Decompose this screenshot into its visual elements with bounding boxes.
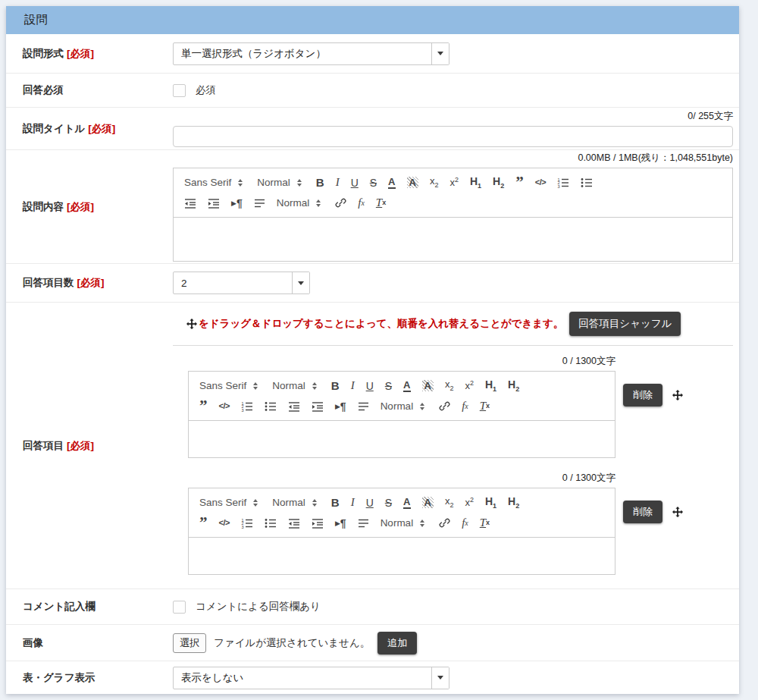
list-bullet-icon[interactable] — [265, 518, 277, 529]
formula-icon[interactable]: fx — [462, 400, 468, 412]
color-icon[interactable]: A — [388, 177, 395, 189]
delete-item-button[interactable]: 削除 — [623, 501, 662, 523]
background-icon[interactable]: A — [407, 177, 418, 188]
formula-icon[interactable]: fx — [462, 517, 468, 529]
header-picker[interactable]: Normal — [257, 177, 302, 188]
color-icon[interactable]: A — [403, 380, 410, 392]
size-picker[interactable]: Normal — [381, 400, 425, 412]
indent-icon[interactable] — [208, 198, 220, 209]
answer-item-count-dropdown-button[interactable] — [292, 272, 309, 293]
link-icon[interactable] — [335, 197, 346, 209]
align-icon[interactable] — [254, 198, 265, 209]
background-icon[interactable]: A — [422, 380, 434, 391]
table-graph-display-select[interactable]: 表示をしない — [173, 667, 449, 689]
underline-icon[interactable]: U — [351, 177, 359, 188]
blockquote-icon[interactable]: ” — [199, 518, 208, 528]
strike-icon[interactable]: S — [385, 381, 392, 391]
link-icon[interactable] — [439, 517, 450, 529]
bold-icon[interactable]: B — [331, 380, 340, 391]
clean-icon[interactable]: Tx — [480, 517, 490, 529]
table-graph-display-dropdown-button[interactable] — [431, 667, 449, 689]
header-2-icon[interactable]: H2 — [508, 379, 519, 393]
italic-icon[interactable]: I — [351, 497, 355, 508]
indent-icon[interactable] — [312, 401, 324, 412]
font-picker[interactable]: Sans Serif — [199, 380, 258, 391]
drag-drop-note: をドラッグ＆ドロップすることによって、順番を入れ替えることができます。 — [186, 317, 563, 331]
list-bullet-icon[interactable] — [265, 401, 277, 412]
align-icon[interactable] — [358, 401, 369, 412]
question-format-dropdown-button[interactable] — [431, 43, 449, 64]
delete-item-button[interactable]: 削除 — [623, 384, 662, 407]
blockquote-icon[interactable]: ” — [515, 177, 524, 187]
picker-arrows-icon — [238, 179, 243, 187]
direction-icon[interactable]: ▶¶ — [335, 518, 346, 529]
header-2-icon[interactable]: H2 — [508, 496, 519, 510]
list-bullet-icon[interactable] — [581, 177, 593, 188]
answer-item-count-select[interactable]: 2 — [173, 272, 310, 294]
subscript-icon[interactable]: x2 — [430, 176, 439, 189]
editor-toolbar: Sans SerifNormalBIUSAAx2x2H1H2”</>123▶¶N… — [189, 488, 615, 538]
editor-content-area[interactable] — [174, 218, 732, 261]
superscript-icon[interactable]: x2 — [465, 380, 474, 391]
question-format-select[interactable]: 単一選択形式（ラジオボタン） — [173, 42, 449, 65]
strike-icon[interactable]: S — [370, 177, 377, 188]
code-block-icon[interactable]: </> — [219, 402, 230, 410]
editor-content-area[interactable] — [189, 538, 615, 574]
outdent-icon[interactable] — [184, 198, 196, 209]
code-block-icon[interactable]: </> — [219, 519, 230, 527]
align-icon[interactable] — [358, 518, 369, 529]
size-picker[interactable]: Normal — [277, 197, 321, 209]
italic-icon[interactable]: I — [351, 380, 355, 391]
picker-arrows-icon — [312, 499, 317, 507]
move-handle-icon[interactable] — [672, 390, 683, 400]
outdent-icon[interactable] — [288, 518, 300, 529]
header-1-icon[interactable]: H1 — [485, 379, 496, 393]
row-question-format: 設問形式[必須] 単一選択形式（ラジオボタン） — [6, 34, 739, 74]
underline-icon[interactable]: U — [366, 498, 374, 508]
comment-field-checkbox[interactable] — [173, 601, 186, 614]
bold-icon[interactable]: B — [316, 177, 324, 188]
list-ordered-icon[interactable]: 123 — [241, 401, 253, 412]
chevron-down-icon — [437, 52, 443, 55]
italic-icon[interactable]: I — [336, 177, 340, 188]
row-question-content: 設問内容[必須] 0.00MB / 1MB(残り：1,048,551byte) … — [6, 150, 739, 264]
list-ordered-icon[interactable]: 123 — [241, 518, 253, 529]
outdent-icon[interactable] — [288, 401, 300, 412]
underline-icon[interactable]: U — [366, 381, 374, 391]
answer-required-checkbox[interactable] — [173, 84, 186, 97]
font-picker[interactable]: Sans Serif — [184, 177, 243, 188]
formula-icon[interactable]: fx — [358, 197, 365, 209]
clean-icon[interactable]: Tx — [376, 197, 386, 209]
code-block-icon[interactable]: </> — [535, 178, 546, 187]
editor-content-area[interactable] — [189, 421, 615, 457]
header-2-icon[interactable]: H2 — [493, 176, 504, 190]
blockquote-icon[interactable]: ” — [199, 401, 208, 411]
subscript-icon[interactable]: x2 — [445, 379, 454, 392]
move-icon — [186, 319, 197, 329]
size-picker[interactable]: Normal — [381, 517, 425, 529]
shuffle-items-button[interactable]: 回答項目シャッフル — [569, 312, 681, 336]
direction-icon[interactable]: ▶¶ — [335, 401, 346, 412]
question-title-input[interactable] — [173, 126, 733, 147]
bold-icon[interactable]: B — [331, 497, 340, 508]
font-picker[interactable]: Sans Serif — [199, 497, 258, 508]
move-handle-icon[interactable] — [672, 507, 683, 517]
header-1-icon[interactable]: H1 — [485, 496, 496, 510]
color-icon[interactable]: A — [403, 497, 410, 509]
header-1-icon[interactable]: H1 — [470, 176, 481, 190]
clean-icon[interactable]: Tx — [480, 400, 490, 412]
indent-icon[interactable] — [312, 518, 324, 529]
background-icon[interactable]: A — [422, 497, 434, 508]
superscript-icon[interactable]: x2 — [465, 497, 474, 507]
add-image-button[interactable]: 追加 — [377, 632, 417, 654]
header-picker[interactable]: Normal — [272, 380, 317, 391]
strike-icon[interactable]: S — [385, 498, 392, 508]
file-status-text: ファイルが選択されていません。 — [214, 636, 370, 650]
subscript-icon[interactable]: x2 — [445, 496, 454, 509]
header-picker[interactable]: Normal — [272, 497, 317, 508]
file-select-button[interactable]: 選択 — [173, 633, 206, 653]
link-icon[interactable] — [439, 400, 450, 412]
superscript-icon[interactable]: x2 — [449, 177, 459, 187]
direction-icon[interactable]: ▶¶ — [231, 198, 243, 209]
list-ordered-icon[interactable]: 123 — [557, 177, 569, 188]
